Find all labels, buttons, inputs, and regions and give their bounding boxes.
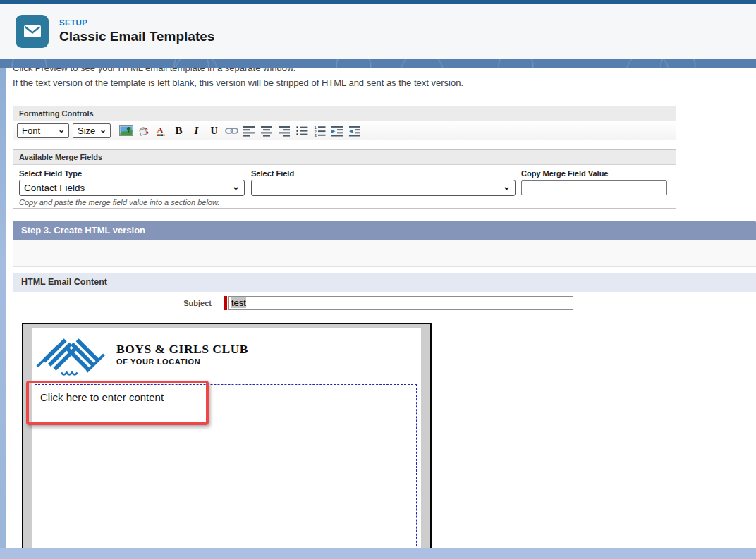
step3-subsection	[13, 240, 756, 267]
field-type-select[interactable]: Contact Fields	[19, 180, 245, 196]
formatting-controls-title: Formatting Controls	[13, 106, 676, 121]
insert-image-button[interactable]	[117, 123, 135, 139]
letterhead-logo: BOYS & GIRLS CLUB OF YOUR LOCATION	[36, 330, 248, 378]
indent-icon	[331, 125, 343, 137]
formatting-toolbar: Font Size	[13, 121, 676, 140]
svg-text:A: A	[157, 125, 164, 135]
logo-subtitle: OF YOUR LOCATION	[116, 357, 248, 366]
page-title: Classic Email Templates	[59, 29, 214, 44]
editable-content-area[interactable]	[35, 384, 417, 548]
html-email-content-header: HTML Email Content	[13, 273, 756, 292]
letterhead-body: BOYS & GIRLS CLUB OF YOUR LOCATION Click…	[32, 328, 421, 548]
email-template-tile	[16, 15, 49, 48]
boys-girls-club-logo-icon	[36, 330, 109, 378]
page-bottom-margin	[0, 548, 756, 559]
merge-fields-box: Available Merge Fields Select Field Type…	[13, 149, 676, 209]
align-right-button[interactable]	[276, 123, 293, 139]
page-left-margin	[0, 68, 6, 548]
size-select[interactable]: Size	[73, 123, 111, 138]
numbered-list-button[interactable]: 123	[311, 123, 329, 139]
logo-title: BOYS & GIRLS CLUB	[116, 342, 248, 357]
setup-header: SETUP Classic Email Templates	[0, 0, 756, 68]
merge-note: Copy and paste the merge field value int…	[19, 198, 219, 207]
insert-link-button[interactable]	[223, 123, 240, 139]
intro-line: If the text version of the template is l…	[13, 78, 463, 88]
font-color-button[interactable]: A	[152, 123, 170, 139]
align-left-button[interactable]	[240, 123, 258, 139]
subject-value: test	[231, 297, 246, 308]
align-right-icon	[279, 125, 291, 137]
copy-merge-value-input[interactable]	[521, 180, 667, 195]
envelope-icon	[23, 25, 42, 38]
bullet-list-button[interactable]	[293, 123, 311, 139]
subject-label: Subject	[112, 299, 212, 307]
header-card: SETUP Classic Email Templates	[0, 4, 756, 59]
field-select[interactable]	[251, 180, 516, 196]
numbered-list-icon: 123	[314, 125, 326, 137]
subject-input[interactable]: test	[228, 296, 573, 310]
outdent-icon	[349, 125, 361, 137]
paint-bucket-icon	[138, 125, 150, 137]
content-panel: Click Preview to see your HTML email tem…	[6, 68, 756, 548]
italic-button[interactable]: I	[188, 123, 205, 139]
italic-icon: I	[195, 125, 199, 137]
underline-icon: U	[210, 125, 217, 137]
field-label: Select Field	[251, 169, 294, 178]
outdent-button[interactable]	[346, 123, 364, 139]
copy-merge-label: Copy Merge Field Value	[521, 169, 608, 178]
step3-header: Step 3. Create HTML version	[13, 221, 756, 240]
page: SETUP Classic Email Templates Click Prev…	[0, 0, 756, 559]
image-icon	[119, 125, 133, 136]
align-center-icon	[261, 125, 273, 137]
content-placeholder[interactable]: Click here to enter content	[40, 391, 164, 403]
align-center-button[interactable]	[258, 123, 276, 139]
indent-button[interactable]	[329, 123, 346, 139]
underline-button[interactable]: U	[205, 123, 223, 139]
fill-color-button[interactable]	[135, 123, 152, 139]
intro-line-clipped: Click Preview to see your HTML email tem…	[13, 68, 295, 73]
bullet-list-icon	[296, 125, 308, 137]
email-preview-frame: BOYS & GIRLS CLUB OF YOUR LOCATION Click…	[22, 323, 432, 548]
field-type-label: Select Field Type	[19, 169, 82, 178]
bold-icon: B	[175, 125, 182, 137]
font-select[interactable]: Font	[17, 123, 69, 138]
required-field-bar	[224, 296, 227, 310]
bold-button[interactable]: B	[170, 123, 188, 139]
merge-fields-title: Available Merge Fields	[13, 150, 676, 165]
setup-eyebrow: SETUP	[59, 18, 214, 27]
font-color-icon: A	[155, 125, 167, 137]
link-icon	[225, 125, 238, 137]
svg-text:3: 3	[315, 133, 317, 137]
formatting-controls-box: Formatting Controls Font Size	[13, 106, 676, 140]
align-left-icon	[243, 125, 255, 137]
